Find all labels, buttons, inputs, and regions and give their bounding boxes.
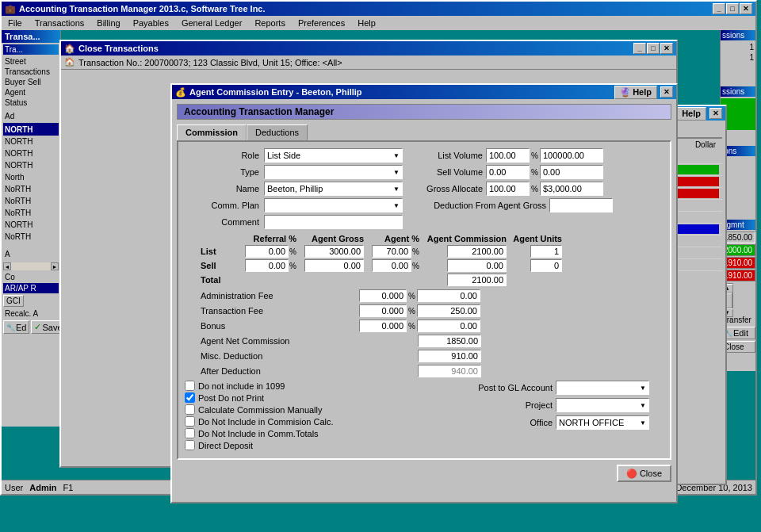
trans-fee-pct[interactable] <box>359 304 407 317</box>
close-trans-max[interactable]: □ <box>647 43 660 54</box>
transaction-no: Transaction No.: 200700073; 123 Classic … <box>78 58 342 67</box>
list-agent-units[interactable] <box>530 245 562 258</box>
admin-pct-sym: % <box>408 292 415 300</box>
accounting-close-btn[interactable]: ✕ <box>709 108 722 119</box>
agent-net-label: Agent Net Commission <box>201 336 359 346</box>
user-label: User <box>5 483 23 492</box>
deduction-value[interactable] <box>549 198 613 212</box>
right-panel-header2: ssions <box>721 86 755 97</box>
menu-transactions[interactable]: Transactions <box>32 17 88 29</box>
close-app-btn[interactable]: ✕ <box>740 3 752 14</box>
cb-post-no-print[interactable] <box>185 392 195 403</box>
office-dropdown[interactable]: NORTH OFFICE ▼ <box>556 415 651 430</box>
close-trans-min[interactable]: _ <box>633 43 646 54</box>
f1-label: F1 <box>63 483 73 492</box>
edit-small-btn[interactable]: 🔧Ed <box>3 320 29 334</box>
comment-input[interactable] <box>264 215 403 229</box>
list-row-7[interactable]: NoRTH <box>3 207 59 219</box>
menu-payables[interactable]: Payables <box>130 17 172 29</box>
status-label: Status <box>3 98 59 108</box>
menu-help[interactable]: Help <box>354 17 379 29</box>
menu-reports[interactable]: Reports <box>251 17 289 29</box>
commission-help-btn[interactable]: 🔮Help <box>614 86 657 99</box>
project-dropdown[interactable]: ▼ <box>556 398 651 412</box>
misc-deduction-label: Misc. Deduction <box>201 351 359 361</box>
list-row-5[interactable]: NoRTH <box>3 183 59 195</box>
cb-no-include-totals[interactable] <box>185 428 195 438</box>
list-agent-pct[interactable] <box>372 245 411 258</box>
list-row-2[interactable]: NORTH <box>3 147 59 159</box>
type-dropdown[interactable]: ▼ <box>264 165 407 179</box>
misc-deduction-result: 910.00 <box>418 350 481 362</box>
comm-plan-label: Comm. Plan <box>185 201 264 210</box>
list-agent-commission[interactable] <box>447 245 507 258</box>
sell-agent-units[interactable] <box>530 259 562 272</box>
list-ref-pct-sym: % <box>289 247 296 256</box>
menu-file[interactable]: File <box>5 17 25 29</box>
total-agent-commission[interactable] <box>447 274 507 286</box>
list-row-6[interactable]: NoRTH <box>3 195 59 207</box>
cb-calc-manually-label: Calculate Commission Manually <box>198 405 373 415</box>
name-dropdown[interactable]: Beeton, Phillip ▼ <box>264 182 407 196</box>
close-icon: 🔴 <box>626 469 637 479</box>
sell-agent-pct[interactable] <box>372 259 411 272</box>
commission-close-btn[interactable]: 🔴 Close <box>617 465 671 482</box>
agent-label: Agent <box>3 87 59 98</box>
scroll-left[interactable]: ◄ <box>3 262 11 270</box>
sell-agent-gross[interactable] <box>304 259 364 272</box>
list-row-0[interactable]: NORTH <box>3 123 59 136</box>
trans-fee-result: 250.00 <box>417 304 480 317</box>
gross-allocate-pct[interactable] <box>486 182 530 196</box>
cb-1099-label: Do not include in 1099 <box>198 381 373 391</box>
list-row-label: List <box>201 247 232 256</box>
close-trans-close[interactable]: ✕ <box>660 43 673 54</box>
gross-pct-symbol: % <box>531 185 538 193</box>
recalc-label: Recalc. A <box>3 308 59 319</box>
cb-1099[interactable] <box>185 381 195 391</box>
list-row-9[interactable]: NoRTH <box>3 231 59 243</box>
tran-header: Tra... <box>3 44 59 55</box>
sell-volume-amt[interactable] <box>540 165 603 179</box>
street-label: Street <box>3 56 59 67</box>
cb-direct-deposit[interactable] <box>185 440 195 450</box>
tab-commission[interactable]: Commission <box>177 124 247 140</box>
maximize-btn[interactable]: □ <box>726 3 739 14</box>
commission-icon: 💰 <box>175 87 186 98</box>
gci-btn[interactable]: GCI <box>3 295 24 307</box>
minimize-btn[interactable]: _ <box>713 3 725 14</box>
list-volume-amt[interactable] <box>540 148 603 163</box>
list-volume-pct[interactable] <box>486 148 530 163</box>
sell-volume-pct[interactable] <box>486 165 530 179</box>
list-row-1[interactable]: NORTH <box>3 136 59 147</box>
cb-calc-manually[interactable] <box>185 404 195 415</box>
cb-no-include-calc-label: Do Not Include in Commision Calc. <box>198 417 373 427</box>
trans-panel-title: Transa... <box>2 30 60 43</box>
list-row-3[interactable]: NORTH <box>3 159 59 171</box>
gross-allocate-amt[interactable] <box>540 182 603 196</box>
menu-general-ledger[interactable]: General Ledger <box>178 17 245 29</box>
list-row-4[interactable]: North <box>3 171 59 183</box>
sell-ref-pct-sym: % <box>289 262 296 270</box>
role-dropdown[interactable]: List Side ▼ <box>264 148 407 163</box>
post-gl-dropdown[interactable]: ▼ <box>556 381 651 395</box>
sell-agent-commission[interactable] <box>447 259 507 272</box>
cb-no-include-calc[interactable] <box>185 416 195 427</box>
admin-fee-pct[interactable] <box>359 289 407 302</box>
close-trans-icon: 🏠 <box>64 44 75 54</box>
bonus-pct[interactable] <box>359 320 407 332</box>
menu-preferences[interactable]: Preferences <box>295 17 348 29</box>
tab-deductions[interactable]: Deductions <box>247 124 308 140</box>
trans-fee-label: Transaction Fee <box>201 306 359 316</box>
commission-close-x-btn[interactable]: ✕ <box>660 86 673 98</box>
bonus-label: Bonus <box>201 321 359 331</box>
menu-billing[interactable]: Billing <box>94 17 123 29</box>
ar-ap-btn[interactable]: AR/AP R <box>3 283 59 293</box>
comm-plan-dropdown[interactable]: ▼ <box>264 198 407 212</box>
list-referral-pct[interactable] <box>245 245 289 258</box>
list-row-8[interactable]: NORTH <box>3 219 59 231</box>
sell-agt-pct-sym: % <box>412 262 419 270</box>
scroll-right[interactable]: ► <box>51 262 59 270</box>
list-volume-label: List Volume <box>407 151 486 160</box>
list-agent-gross[interactable] <box>304 245 364 258</box>
sell-referral-pct[interactable] <box>245 259 289 272</box>
